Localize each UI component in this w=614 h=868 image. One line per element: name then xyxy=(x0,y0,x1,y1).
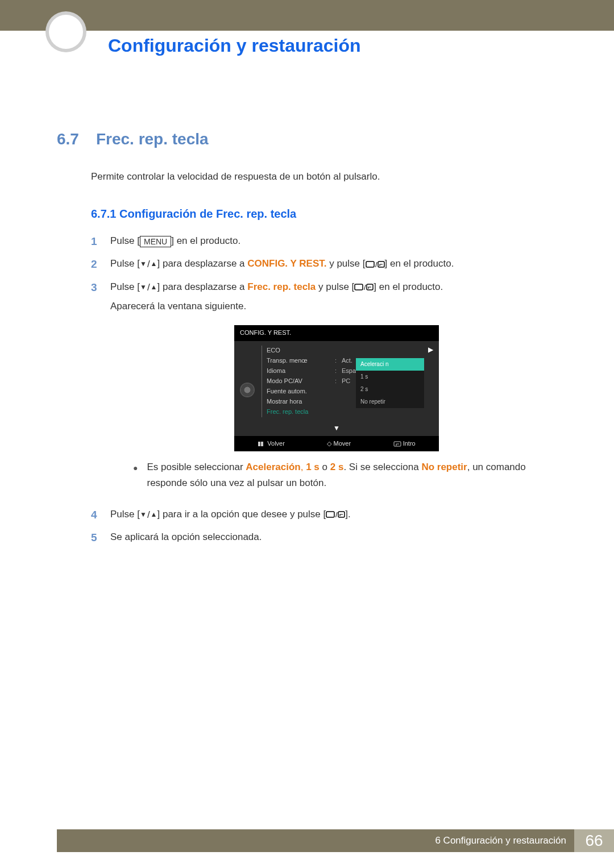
step-5: 5 Se aplicará la opción seleccionada. xyxy=(91,529,563,546)
step-4: 4 Pulse [▼/▲] para ir a la opción que de… xyxy=(91,506,563,524)
svg-rect-0 xyxy=(366,261,374,267)
step-3-num: 3 xyxy=(91,279,100,501)
osd-menu-item: ECO xyxy=(267,346,430,356)
chapter-title: Configuración y restauración xyxy=(0,31,614,56)
page-footer: 6 Configuración y restauración 66 xyxy=(57,829,614,852)
bullet-opt3: 2 s xyxy=(330,462,344,472)
step-3-mid: ] para desplazarse a xyxy=(157,281,248,292)
arrow-down-icon: ▼ xyxy=(234,423,439,436)
svg-rect-7 xyxy=(261,442,263,446)
svg-rect-9 xyxy=(326,512,334,517)
osd-footer-back: Volver xyxy=(258,439,285,449)
bullet-opt1: Aceleración xyxy=(246,462,300,472)
step-2-end: ] en el producto. xyxy=(385,258,454,269)
step-4-mid: ] para ir a la opción que desee y pulse … xyxy=(157,509,326,520)
step-1-text-a: Pulse [ xyxy=(110,235,140,246)
svg-rect-3 xyxy=(355,284,363,290)
osd-footer-enter: Intro xyxy=(393,439,416,449)
step-5-text: Se aplicará la opción seleccionada. xyxy=(110,531,262,542)
osd-footer-enter-label: Intro xyxy=(403,440,416,447)
chapter-circle-fg xyxy=(49,15,83,49)
header-bar xyxy=(0,0,614,31)
step-1: 1 Pulse [MENU] en el producto. xyxy=(91,233,563,250)
step-5-num: 5 xyxy=(91,529,100,546)
step-3: 3 Pulse [▼/▲] para desplazarse a Frec. r… xyxy=(91,279,563,501)
section-heading: 6.7 Frec. rep. tecla xyxy=(57,130,563,148)
osd-popup-option: 2 s xyxy=(356,383,424,396)
osd-popup-option: 1 s xyxy=(356,371,424,383)
rect-enter-icon: / xyxy=(366,260,385,269)
osd-popup: Aceleraci n1 s2 sNo repetir xyxy=(356,358,424,408)
svg-text:/: / xyxy=(335,510,338,519)
bullet-note: ● Es posible seleccionar Aceleración, 1 … xyxy=(133,459,563,490)
svg-text:/: / xyxy=(364,283,366,292)
rect-enter-icon: / xyxy=(326,510,345,519)
step-3-note: Aparecerá la ventana siguiente. xyxy=(110,301,246,312)
gear-icon xyxy=(239,346,256,417)
arrow-right-icon: ▶ xyxy=(428,344,433,355)
bullet-icon: ● xyxy=(133,459,138,490)
step-2-target: CONFIG. Y REST. xyxy=(247,258,326,269)
osd-popup-option: No repetir xyxy=(356,396,424,408)
bullet-a: Es posible seleccionar xyxy=(147,462,246,472)
osd-footer-back-label: Volver xyxy=(267,440,285,447)
step-4-num: 4 xyxy=(91,506,100,524)
step-1-text-b: ] en el producto. xyxy=(171,235,240,246)
content: 6.7 Frec. rep. tecla Permite controlar l… xyxy=(0,56,614,547)
page-number: 66 xyxy=(574,829,614,852)
osd-title: CONFIG. Y REST. xyxy=(234,325,439,341)
bullet-opt2: 1 s xyxy=(306,462,320,472)
bullet-c3: . Si se selecciona xyxy=(343,462,421,472)
steps: 1 Pulse [MENU] en el producto. 2 Pulse [… xyxy=(91,233,563,547)
intro-text: Permite controlar la velocidad de respue… xyxy=(91,171,563,182)
down-up-icon: ▼/▲ xyxy=(140,256,157,272)
osd-menu-item: Frec. rep. tecla xyxy=(267,407,430,417)
down-up-icon: ▼/▲ xyxy=(140,280,157,295)
step-2-text-a: Pulse [ xyxy=(110,258,140,269)
step-3-after: y pulse [ xyxy=(316,281,354,292)
step-4-text-a: Pulse [ xyxy=(110,509,140,520)
osd-footer-move: ◇ Mover xyxy=(327,439,351,449)
bullet-opt4: No repetir xyxy=(421,462,467,472)
step-4-end: ]. xyxy=(345,509,350,520)
rect-enter-icon: / xyxy=(354,283,374,292)
step-2-mid: ] para desplazarse a xyxy=(157,258,248,269)
osd-screenshot: CONFIG. Y REST. ▶ ECOTransp. menœ:Act.Id… xyxy=(110,325,563,451)
step-2-after: y pulse [ xyxy=(326,258,365,269)
footer-text: 6 Configuración y restauración xyxy=(57,829,574,852)
subsection-heading: 6.7.1 Configuración de Frec. rep. tecla xyxy=(91,207,563,221)
osd-footer: Volver ◇ Mover Intro xyxy=(234,436,439,452)
step-3-end: ] en el producto. xyxy=(374,281,443,292)
osd-popup-option: Aceleraci n xyxy=(356,358,424,371)
section-number: 6.7 xyxy=(57,130,79,148)
step-3-target: Frec. rep. tecla xyxy=(247,281,316,292)
step-2-num: 2 xyxy=(91,256,100,273)
section-title: Frec. rep. tecla xyxy=(96,130,209,148)
svg-rect-6 xyxy=(258,442,260,446)
svg-text:/: / xyxy=(375,260,377,269)
bullet-c2: o xyxy=(320,462,330,472)
step-3-text-a: Pulse [ xyxy=(110,281,140,292)
bullet-c1: , xyxy=(301,462,306,472)
step-1-num: 1 xyxy=(91,233,100,250)
menu-button-icon: MENU xyxy=(140,236,171,247)
step-2: 2 Pulse [▼/▲] para desplazarse a CONFIG.… xyxy=(91,256,563,273)
osd-footer-move-label: Mover xyxy=(334,440,351,447)
down-up-icon: ▼/▲ xyxy=(140,507,157,522)
